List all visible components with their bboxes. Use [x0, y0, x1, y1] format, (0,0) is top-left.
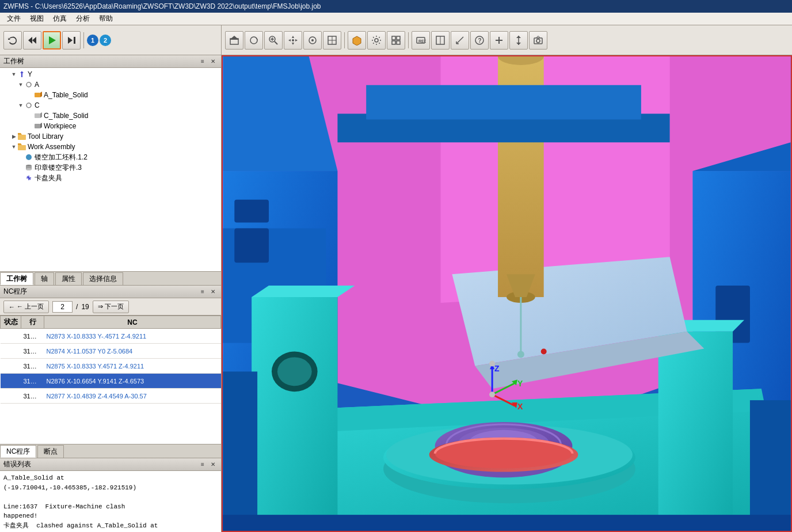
- tb-sep-2: [344, 32, 345, 48]
- svg-rect-26: [392, 41, 395, 44]
- svg-marker-41: [516, 43, 521, 45]
- tb-solid[interactable]: [348, 31, 366, 50]
- page-input[interactable]: [52, 301, 73, 313]
- undo-button[interactable]: [3, 31, 22, 50]
- tree-item-Y[interactable]: ▼ Y: [0, 69, 221, 79]
- tb-view1[interactable]: [431, 31, 450, 50]
- tree-area[interactable]: ▼ Y ▼ A: [0, 68, 221, 271]
- toolbar-sep-1: [83, 32, 84, 48]
- tb-reg[interactable]: REG: [412, 31, 430, 50]
- workpiece-icon: [33, 121, 43, 131]
- menu-item-file[interactable]: 文件: [2, 13, 25, 25]
- tb-home[interactable]: [225, 31, 243, 50]
- tab-work-tree[interactable]: 工作树: [0, 272, 33, 285]
- nc-table-container[interactable]: 状态 行 NC 31… N2873 X-10.8333 Y-.4571 Z-4.…: [0, 316, 221, 444]
- tab-selection-info[interactable]: 选择信息: [83, 272, 123, 285]
- tb-wire[interactable]: [323, 31, 341, 50]
- cylinder-icon: [24, 163, 33, 172]
- prev-page-button[interactable]: ← ← 上一页: [3, 301, 49, 313]
- work-tree-tabs: 工作树 轴 属性 选择信息: [0, 271, 221, 285]
- svg-line-32: [456, 37, 463, 44]
- error-title: 错误列表: [3, 459, 31, 469]
- svg-rect-27: [397, 41, 400, 44]
- row-code: N2873 X-10.8333 Y-.4571 Z-4.9211: [44, 329, 221, 344]
- tree-item-Workpiece[interactable]: Workpiece: [0, 121, 221, 131]
- tree-item-stock[interactable]: 镂空加工坯料.1.2: [0, 152, 221, 162]
- play-button[interactable]: [43, 31, 61, 50]
- table-row[interactable]: 31… N2874 X-11.0537 Y0 Z-5.0684: [1, 344, 221, 359]
- svg-rect-119: [750, 400, 791, 531]
- svg-marker-22: [353, 36, 361, 45]
- tree-label-WorkAssembly: Work Assembly: [28, 143, 75, 151]
- nc-title: NC程序: [3, 287, 27, 297]
- toggle-Y[interactable]: ▼: [10, 71, 17, 77]
- tb-measure[interactable]: [451, 31, 469, 50]
- svg-text:X: X: [517, 402, 523, 411]
- nc-float-icon[interactable]: ≡: [198, 287, 207, 297]
- error-float-icon[interactable]: ≡: [198, 460, 207, 469]
- table-row[interactable]: 31… N2875 X-10.8333 Y.4571 Z-4.9211: [1, 359, 221, 374]
- rewind-button[interactable]: [23, 31, 41, 50]
- tb-rotate[interactable]: [245, 31, 263, 50]
- table-row-active[interactable]: 31… N2876 X-10.6654 Y.9141 Z-4.6573: [1, 374, 221, 389]
- svg-line-9: [275, 41, 277, 44]
- svg-point-23: [375, 39, 378, 42]
- tree-item-C[interactable]: ▼ C: [0, 100, 221, 111]
- error-content[interactable]: A_Table_Solid at (-19.710041,-10.465385,…: [0, 471, 221, 532]
- skip-button[interactable]: [62, 31, 81, 50]
- svg-rect-84: [658, 332, 733, 531]
- nc-tabs: NC程序 断点: [0, 444, 221, 458]
- tb-help[interactable]: ?: [470, 31, 489, 50]
- tab-properties[interactable]: 属性: [55, 272, 82, 285]
- tab-axis[interactable]: 轴: [35, 272, 54, 285]
- menu-item-view[interactable]: 视图: [25, 13, 48, 25]
- toggle-C[interactable]: ▼: [17, 102, 24, 108]
- row-status: [1, 329, 21, 344]
- tb-camera[interactable]: [529, 31, 547, 50]
- table-row[interactable]: 31… N2877 X-10.4839 Z-4.4549 A-30.57: [1, 389, 221, 404]
- nc-close-icon[interactable]: ✕: [208, 287, 218, 297]
- tree-item-ToolLibrary[interactable]: ▶ Tool Library: [0, 131, 221, 142]
- tab-nc-program[interactable]: NC程序: [0, 445, 36, 458]
- toggle-A[interactable]: ▼: [17, 82, 24, 88]
- tree-item-A-Table-Solid[interactable]: A_Table_Solid: [0, 90, 221, 100]
- toggle-ToolLibrary[interactable]: ▶: [10, 134, 17, 139]
- tree-item-A[interactable]: ▼ A: [0, 79, 221, 90]
- float-icon[interactable]: ≡: [198, 57, 207, 66]
- tb-transform[interactable]: [509, 31, 528, 50]
- play-indicator: [3, 377, 11, 385]
- menu-item-sim[interactable]: 仿真: [48, 13, 71, 25]
- next-page-button[interactable]: ⇒ 下一页: [93, 301, 129, 313]
- nc-toolbar: ← ← 上一页 / 19 ⇒ 下一页: [0, 298, 221, 316]
- tb-grid[interactable]: [387, 31, 405, 50]
- svg-marker-15: [295, 39, 298, 41]
- tb-fit[interactable]: [303, 31, 322, 50]
- toggle-WorkAssembly[interactable]: ▼: [10, 144, 17, 150]
- tree-item-stamp[interactable]: 印章镂空零件.3: [0, 162, 221, 173]
- menu-item-analysis[interactable]: 分析: [71, 13, 94, 25]
- svg-rect-120: [223, 515, 790, 531]
- row-line: 31…: [21, 344, 44, 359]
- tree-item-WorkAssembly[interactable]: ▼ Work Assembly: [0, 142, 221, 152]
- svg-marker-2: [49, 36, 56, 44]
- tb-plus[interactable]: [490, 31, 508, 50]
- tree-item-fixture[interactable]: 卡盘夹具: [0, 173, 221, 183]
- row-code: N2875 X-10.8333 Y.4571 Z-4.9211: [44, 359, 221, 374]
- tb-settings[interactable]: [367, 31, 386, 50]
- col-nc: NC: [44, 316, 221, 329]
- tab-breakpoint[interactable]: 断点: [37, 445, 64, 458]
- tree-label-stamp: 印章镂空零件.3: [35, 163, 82, 173]
- table-row[interactable]: 31… N2873 X-10.8333 Y-.4571 Z-4.9211: [1, 329, 221, 344]
- tree-item-C-Table-Solid[interactable]: C_Table_Solid: [0, 111, 221, 121]
- tree-label-stock: 镂空加工坯料.1.2: [35, 153, 87, 162]
- viewport[interactable]: Z Y X: [222, 55, 792, 532]
- svg-point-114: [489, 392, 495, 397]
- tb-pan[interactable]: [284, 31, 302, 50]
- svg-point-59: [26, 154, 32, 160]
- menu-item-help[interactable]: 帮助: [94, 13, 117, 25]
- svg-marker-13: [292, 43, 294, 45]
- tb-zoom[interactable]: [264, 31, 283, 50]
- error-close-icon[interactable]: ✕: [208, 460, 218, 469]
- tree-label-C-Table-Solid: C_Table_Solid: [44, 112, 88, 120]
- close-icon[interactable]: ✕: [208, 57, 218, 66]
